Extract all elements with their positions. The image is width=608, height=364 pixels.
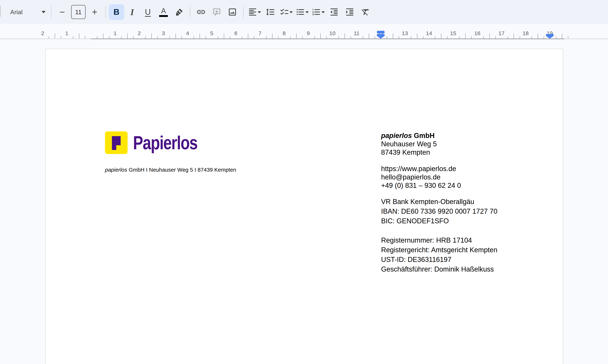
papierlos-logo-wordmark: Papierlos [133,132,197,154]
ruler-tick [568,36,568,39]
ruler-tick [85,36,85,39]
register-court-line[interactable]: Registergericht: Amtsgericht Kempten [381,245,497,255]
address-line[interactable]: 87439 Kempten [381,148,497,156]
line-spacing-button[interactable] [263,4,278,20]
register-number-line[interactable]: Registernummer: HRB 17104 [381,235,497,245]
phone-line[interactable]: +49 (0) 831 – 930 62 24 0 [381,181,497,190]
ruler-number: 1 [65,30,68,36]
horizontal-ruler[interactable]: 2112345678910111213141516171819 [0,24,608,42]
ruler-tick [562,34,562,39]
align-button[interactable] [246,4,263,20]
font-family-select[interactable]: Arial [5,4,48,20]
ruler-tick [489,34,490,39]
underline-button[interactable]: U [140,4,156,20]
line-spacing-icon [265,7,275,17]
vat-id-line[interactable]: UST-ID: DE363116197 [381,255,497,264]
first-line-indent-marker[interactable] [377,31,385,34]
ruler-tick [266,36,266,39]
website-line[interactable]: https://www.papierlos.de [381,165,497,173]
ruler-number: 17 [498,30,504,36]
ruler-tick [218,36,218,39]
insert-link-button[interactable] [193,4,209,20]
ruler-tick [495,36,496,39]
toolbar-separator [190,6,190,18]
toolbar-separator [105,6,106,18]
ruler-number: 16 [474,30,480,36]
address-line[interactable]: Neuhauser Weg 5 [381,140,497,148]
ruler-tick [151,34,152,39]
ruler-tick [133,36,134,39]
ruler-tick [224,34,224,39]
underline-icon: U [145,7,151,17]
ruler-tick [127,34,128,39]
ruler-tick [278,36,278,39]
left-indent-marker[interactable] [377,34,385,39]
ruler-tick [272,34,273,39]
ruler-tick [423,36,423,39]
ruler-tick [417,34,417,39]
ruler-number: 5 [210,30,213,36]
font-size-input[interactable]: 11 [71,5,86,19]
ruler-number: 1 [113,30,117,36]
decrease-indent-button[interactable] [326,4,342,20]
window-edge-divider [0,6,0,17]
text-color-button[interactable]: A [156,4,171,20]
font-family-value: Arial [10,9,23,16]
ruler-tick [230,36,230,39]
ruler-tick [483,36,484,39]
right-indent-marker[interactable] [546,34,554,39]
sender-address-line[interactable]: papierlos GmbH I Neuhauser Weg 5 I 87439… [105,167,236,173]
ruler-number: 10 [329,30,335,36]
company-name-italic: papierlos [381,132,412,139]
bank-name-line[interactable]: VR Bank Kempten-Oberallgäu [381,197,497,207]
papierlos-logo-icon [105,131,128,154]
toolbar: Arial − 11 + B I U A [0,0,608,24]
ruler-tick [393,34,393,39]
ruler-tick [55,34,55,39]
ruler-tick [169,36,170,39]
increase-indent-button[interactable] [342,4,358,20]
ruler-tick [326,36,327,39]
email-line[interactable]: hello@papierlos.de [381,173,497,181]
text-color-icon: A [161,7,166,14]
iban-line[interactable]: IBAN: DE60 7336 9920 0007 1727 70 [381,207,497,216]
ruler-tick [544,36,544,39]
highlight-color-button[interactable] [171,4,187,20]
ruler-tick [314,36,315,39]
ruler-tick [181,36,182,39]
ruler-tick [532,36,532,39]
italic-button[interactable]: I [124,4,140,20]
contact-block[interactable]: papierlos GmbH Neuhauser Weg 5 87439 Kem… [381,131,497,274]
ruler-number: 11 [354,30,359,36]
company-logo[interactable]: Papierlos [105,131,213,154]
checklist-button[interactable] [278,4,294,20]
highlighter-icon [174,7,184,17]
font-size-decrease-button[interactable]: − [54,4,70,20]
ruler-number: 2 [41,30,44,36]
clear-formatting-icon [361,7,370,17]
bic-line[interactable]: BIC: GENODEF1SFO [381,216,497,226]
ruler-tick [145,36,146,39]
toolbar-separator [243,6,244,18]
checklist-icon [280,7,289,17]
ruler-tick [520,36,520,39]
managing-director-line[interactable]: Geschäftsführer: Dominik Haßelkuss [381,264,497,274]
ruler-tick [363,36,363,39]
document-page[interactable]: Papierlos papierlos GmbH I Neuhauser Weg… [45,49,563,364]
legal-details-group: Registernummer: HRB 17104 Registergerich… [381,235,497,274]
ruler-tick [508,36,508,39]
company-address-group: papierlos GmbH Neuhauser Weg 5 87439 Kem… [381,131,497,156]
add-comment-button[interactable] [209,4,224,20]
insert-image-button[interactable] [224,4,240,20]
bulleted-list-button[interactable] [294,4,310,20]
clear-formatting-button[interactable] [358,4,373,20]
font-size-increase-button[interactable]: + [87,4,102,20]
ruler-number: 6 [234,30,237,36]
company-name-line[interactable]: papierlos GmbH [381,131,497,140]
company-name-suffix: GmbH [412,132,435,139]
numbered-list-button[interactable] [310,4,326,20]
ruler-tick [399,36,399,39]
bold-button[interactable]: B [109,4,124,20]
ruler-tick [200,34,200,39]
ruler-number: 7 [258,30,262,36]
